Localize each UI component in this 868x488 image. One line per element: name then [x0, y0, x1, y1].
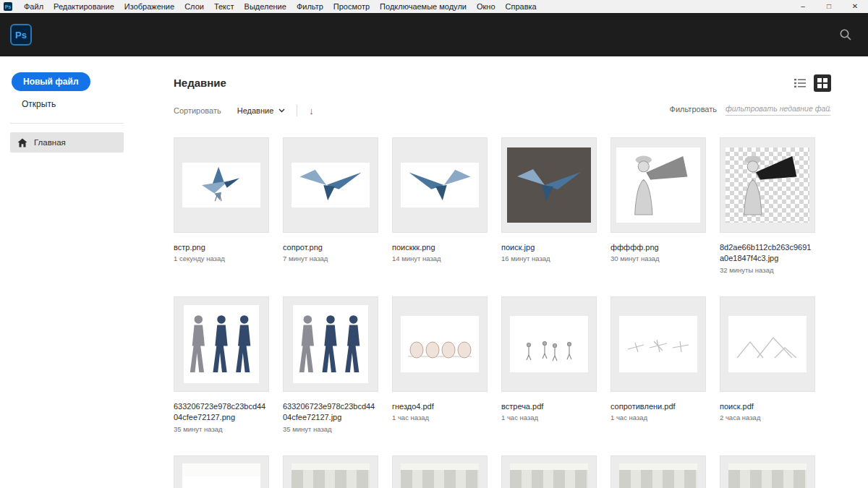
filter-controls: Фильтровать: [670, 102, 830, 116]
recent-files-grid: встр.png 1 секунду назад сопрот.png 7 ми…: [174, 137, 815, 488]
app-icon-small: Ps: [4, 2, 12, 11]
file-card[interactable]: поиск.pdf 2 часа назад: [720, 296, 815, 432]
thumbnail-document-image: [619, 463, 697, 488]
menu-view[interactable]: Просмотр: [328, 0, 375, 13]
file-card[interactable]: гнездо4.pdf 1 час назад: [392, 296, 488, 432]
file-time: 32 минуты назад: [720, 266, 815, 274]
thumbnail-walking-figures-image: [296, 311, 365, 377]
file-name: 633206723e978c23bcd4404cfee72127.jpg: [283, 401, 378, 424]
file-name: гнездо4.pdf: [392, 401, 488, 412]
file-card[interactable]: сопрот.png 7 минут назад: [283, 137, 378, 273]
chevron-down-icon: [278, 108, 285, 113]
thumbnail-document-image: [182, 463, 260, 488]
file-thumbnail: [174, 137, 269, 233]
menu-bar: Ps Файл Редактирование Изображение Слои …: [0, 0, 868, 13]
file-card[interactable]: 8d2ae66b112cb263c9691a0e1847f4c3.jpg 32 …: [720, 137, 815, 273]
list-view-button[interactable]: [791, 74, 809, 92]
menu-select[interactable]: Выделение: [239, 0, 292, 13]
file-card-partial[interactable]: [720, 455, 815, 488]
menu-text[interactable]: Текст: [209, 0, 239, 13]
file-time: 1 секунду назад: [174, 254, 269, 262]
file-thumbnail: [720, 455, 815, 488]
list-view-icon: [794, 78, 806, 88]
file-card[interactable]: сопротивлени.pdf 1 час назад: [610, 296, 706, 432]
file-time: 1 час назад: [501, 414, 597, 421]
menu-plugins[interactable]: Подключаемые модули: [375, 0, 472, 13]
thumbnail-mountains-sketch-image: [731, 319, 804, 369]
file-time: 35 минут назад: [174, 425, 269, 433]
sort-label: Сортировать: [174, 106, 221, 115]
file-thumbnail: [610, 455, 706, 488]
thumbnail-document-image: [292, 463, 370, 488]
close-button[interactable]: ✕: [842, 0, 868, 13]
file-card[interactable]: 633206723e978c23bcd4404cfee72127.png 35 …: [174, 296, 269, 432]
sidebar-divider: [10, 123, 124, 124]
menu-help[interactable]: Справка: [501, 0, 542, 13]
view-toggle: [791, 74, 831, 92]
home-icon: [17, 138, 27, 147]
thumbnail-megaphone-boy-image: [621, 150, 696, 220]
file-name: встреча.pdf: [501, 401, 597, 412]
search-icon[interactable]: [839, 28, 852, 41]
file-time: 2 часа назад: [720, 414, 815, 421]
file-name: поиск.pdf: [720, 401, 815, 412]
menu-edit[interactable]: Редактирование: [48, 0, 119, 13]
sidebar: Новый файл Открыть Главная: [0, 56, 153, 488]
menu-file[interactable]: Файл: [19, 0, 48, 13]
file-name: встр.png: [174, 242, 269, 253]
file-card[interactable]: 633206723e978c23bcd4404cfee72127.jpg 35 …: [283, 296, 378, 432]
thumbnail-walking-figures-image: [187, 311, 256, 377]
file-thumbnail: [392, 455, 488, 488]
menu-window[interactable]: Окно: [472, 0, 501, 13]
file-thumbnail: [392, 296, 488, 392]
thumbnail-bird-image: [295, 164, 366, 206]
file-card-partial[interactable]: [392, 455, 488, 488]
menu-layers[interactable]: Слои: [179, 0, 209, 13]
file-thumbnail: [610, 296, 706, 392]
file-time: 7 минут назад: [283, 254, 378, 262]
new-file-button[interactable]: Новый файл: [12, 72, 90, 91]
open-button[interactable]: Открыть: [22, 99, 56, 109]
file-card[interactable]: встреча.pdf 1 час назад: [501, 296, 597, 432]
window-controls: – □ ✕: [790, 0, 868, 13]
file-thumbnail: [283, 137, 378, 233]
menu-filter[interactable]: Фильтр: [292, 0, 328, 13]
file-card-partial[interactable]: [283, 455, 378, 488]
minimize-button[interactable]: –: [790, 0, 816, 13]
file-card-partial[interactable]: [610, 455, 706, 488]
app-header: Ps: [0, 13, 868, 56]
file-time: 1 час назад: [392, 414, 488, 421]
file-time: 30 минут назад: [610, 254, 706, 262]
file-thumbnail: [501, 137, 597, 233]
maximize-button[interactable]: □: [816, 0, 842, 13]
file-card[interactable]: поиск.jpg 16 минут назад: [501, 137, 597, 273]
file-card[interactable]: поисккк.png 14 минут назад: [392, 137, 488, 273]
thumbnail-bird-dark-image: [513, 163, 585, 207]
file-thumbnail: [720, 137, 815, 233]
file-card[interactable]: встр.png 1 секунду назад: [174, 137, 269, 273]
grid-view-icon: [817, 78, 827, 88]
sort-direction-icon[interactable]: ↓: [309, 106, 314, 116]
controls-divider: [297, 105, 297, 116]
sort-dropdown[interactable]: Недавние: [237, 106, 286, 115]
file-name: 8d2ae66b112cb263c9691a0e1847f4c3.jpg: [720, 242, 815, 265]
file-thumbnail: [392, 137, 488, 233]
file-card[interactable]: ффффф.png 30 минут назад: [610, 137, 706, 273]
file-time: 16 минут назад: [501, 254, 597, 262]
filter-input[interactable]: [726, 102, 830, 116]
thumbnail-bird-image: [186, 164, 257, 206]
sidebar-item-home[interactable]: Главная: [10, 132, 124, 153]
thumbnail-document-image: [728, 463, 807, 488]
file-thumbnail: [283, 296, 378, 392]
menu-image[interactable]: Изображение: [119, 0, 179, 13]
grid-view-button[interactable]: [814, 74, 831, 92]
file-time: 35 минут назад: [283, 425, 378, 433]
file-name: сопрот.png: [283, 242, 378, 253]
file-thumbnail: [610, 137, 706, 233]
filter-label: Фильтровать: [670, 105, 717, 114]
file-card-partial[interactable]: [174, 455, 269, 488]
thumbnail-document-image: [401, 463, 479, 488]
file-thumbnail: [501, 296, 597, 392]
file-card-partial[interactable]: [501, 455, 597, 488]
file-name: поисккк.png: [392, 242, 488, 253]
